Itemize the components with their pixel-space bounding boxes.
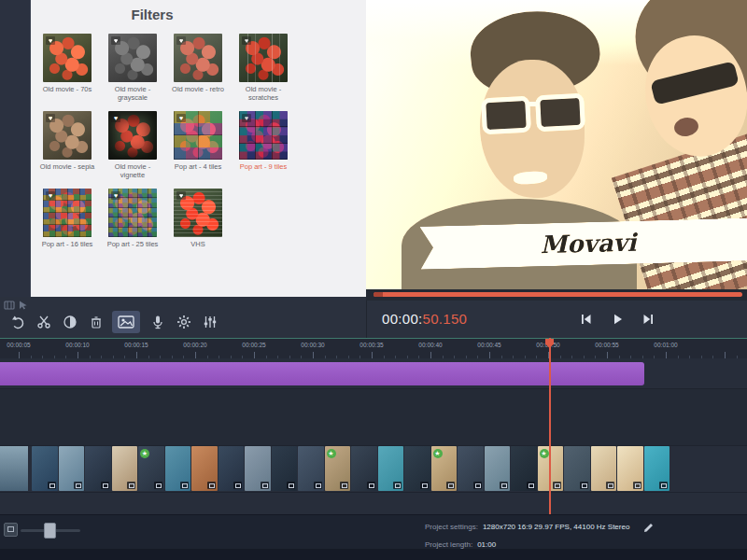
seek-bar[interactable]: [366, 289, 747, 301]
filters-panel: Filters ♥ Old movie - 70s ♥ Old movie - …: [31, 0, 366, 297]
filter-item-old-movie-70s[interactable]: ♥ Old movie - 70s: [36, 34, 98, 93]
favorite-heart-icon[interactable]: ♥: [176, 114, 186, 122]
filter-item-old-movie-retro[interactable]: ♥ Old movie - retro: [167, 34, 229, 93]
timeline-clip[interactable]: [298, 446, 324, 491]
timeline-clip[interactable]: [165, 446, 191, 491]
timeline-clip[interactable]: [485, 446, 511, 491]
project-length-value: 01:00: [477, 540, 496, 549]
clip-type-icon: [314, 482, 322, 489]
filter-item-pop-art-16-tiles[interactable]: ♥ Pop art - 16 tiles: [36, 189, 98, 248]
favorite-heart-icon[interactable]: ♥: [111, 114, 120, 122]
mini-tool-icon-1[interactable]: [3, 299, 15, 311]
filter-label: VHS: [167, 240, 229, 248]
clip-type-icon: [48, 482, 56, 489]
split-button[interactable]: [34, 312, 54, 332]
clip-type-icon: [580, 482, 588, 489]
timeline-clip-partial[interactable]: [0, 446, 28, 491]
watermark-text: Movavi: [540, 229, 637, 259]
next-frame-button[interactable]: [636, 309, 660, 329]
clip-type-icon: [393, 482, 402, 489]
equalizer-icon: [203, 315, 218, 329]
clip-type-icon: [606, 482, 614, 489]
timeline-ruler[interactable]: 00:00:05 00:00:10 00:00:15 00:00:20 00:0…: [0, 338, 747, 359]
filter-item-pop-art-25-tiles[interactable]: ♥ Pop art - 25 tiles: [102, 189, 163, 248]
timeline-clip[interactable]: [564, 446, 590, 491]
favorite-heart-icon[interactable]: ♥: [242, 114, 251, 122]
filter-thumbnail: ♥: [174, 189, 222, 237]
favorite-heart-icon[interactable]: ♥: [111, 36, 120, 45]
record-voice-button[interactable]: [148, 312, 168, 332]
play-button[interactable]: [605, 309, 629, 329]
filter-thumbnail: ♥: [43, 111, 92, 160]
edit-settings-icon[interactable]: [643, 521, 655, 533]
favorite-heart-icon[interactable]: ♥: [46, 36, 55, 45]
timeline-clip[interactable]: [112, 446, 138, 491]
timecode-fraction: 50.150: [423, 311, 468, 327]
play-icon: [611, 313, 624, 326]
filter-item-pop-art-9-tiles[interactable]: ♥ Pop art - 9 tiles: [233, 111, 294, 171]
timeline-clip[interactable]: ★: [431, 446, 458, 491]
timeline-clip[interactable]: [591, 446, 617, 491]
transport-bar: 00:00:50.150: [366, 301, 747, 338]
timeline-clip[interactable]: [272, 446, 298, 491]
movavi-editor-window: Filters ♥ Old movie - 70s ♥ Old movie - …: [0, 0, 747, 560]
clip-type-icon: [473, 482, 482, 489]
timeline-clip[interactable]: [218, 446, 245, 491]
favorite-heart-icon[interactable]: ♥: [46, 191, 55, 200]
timeline-clip[interactable]: [85, 446, 111, 491]
clip-type-icon: [233, 482, 242, 489]
mini-tool-icon-2[interactable]: [17, 299, 29, 311]
clip-type-icon: [500, 482, 508, 489]
timeline-clip[interactable]: [511, 446, 537, 491]
timeline-clip[interactable]: [404, 446, 430, 491]
timeline-clip[interactable]: [191, 446, 218, 491]
undo-button[interactable]: [7, 312, 28, 332]
color-adjust-button[interactable]: [60, 312, 80, 332]
timeline-clip[interactable]: [644, 446, 670, 491]
playhead[interactable]: [549, 338, 551, 514]
timeline-clip[interactable]: [59, 446, 85, 491]
clip-type-icon: [207, 482, 216, 489]
playback-controls: [574, 309, 660, 329]
timeline-clip[interactable]: [617, 446, 643, 491]
filter-item-old-movie-grayscale[interactable]: ♥ Old movie - grayscale: [102, 34, 163, 103]
filter-item-old-movie-sepia[interactable]: ♥ Old movie - sepia: [36, 111, 98, 171]
zoom-slider-handle[interactable]: [44, 523, 56, 539]
favorite-heart-icon[interactable]: ♥: [176, 191, 186, 200]
ruler-label: 00:00:15: [124, 342, 148, 348]
ruler-label: 00:00:40: [418, 342, 442, 348]
timeline-clip[interactable]: [351, 446, 377, 491]
filter-item-old-movie-scratches[interactable]: ♥ Old movie - scratches: [233, 34, 294, 103]
clip-type-icon: [340, 482, 348, 489]
favorite-heart-icon[interactable]: ♥: [46, 114, 55, 122]
sunglasses-shape: [527, 102, 538, 106]
timeline-clip[interactable]: [245, 446, 271, 491]
title-track-clip[interactable]: [0, 362, 644, 385]
filter-thumbnail: ♥: [43, 189, 92, 237]
timeline-clip[interactable]: ★: [138, 446, 164, 491]
timeline-clip[interactable]: [378, 446, 404, 491]
timeline-clip[interactable]: [32, 446, 58, 491]
image-tool-button[interactable]: [112, 311, 140, 333]
clip-properties-button[interactable]: [174, 312, 194, 332]
filter-item-vhs[interactable]: ♥ VHS: [167, 189, 229, 248]
zoom-fit-button[interactable]: [4, 523, 18, 537]
timeline-clip[interactable]: ★: [325, 446, 351, 491]
filter-item-old-movie-vignette[interactable]: ♥ Old movie - vignette: [102, 111, 163, 180]
microphone-icon: [150, 315, 165, 329]
filter-label: Old movie - retro: [167, 85, 229, 93]
favorite-heart-icon[interactable]: ♥: [176, 36, 186, 45]
filters-tool-button[interactable]: [200, 312, 220, 332]
ruler-label: 00:00:30: [301, 342, 324, 348]
filter-thumbnail: ♥: [239, 34, 288, 82]
star-badge-icon: ★: [140, 449, 149, 458]
timeline-clip[interactable]: [458, 446, 484, 491]
previous-frame-button[interactable]: [574, 309, 599, 329]
status-bar: Project settings: 1280x720 16:9 29.97 FP…: [0, 514, 747, 560]
filter-item-pop-art-4-tiles[interactable]: ♥ Pop art - 4 tiles: [167, 111, 229, 171]
delete-button[interactable]: [86, 312, 106, 332]
filter-thumbnail: ♥: [108, 34, 157, 82]
favorite-heart-icon[interactable]: ♥: [242, 36, 251, 45]
ruler-label: 00:00:45: [477, 342, 500, 348]
favorite-heart-icon[interactable]: ♥: [111, 191, 120, 200]
